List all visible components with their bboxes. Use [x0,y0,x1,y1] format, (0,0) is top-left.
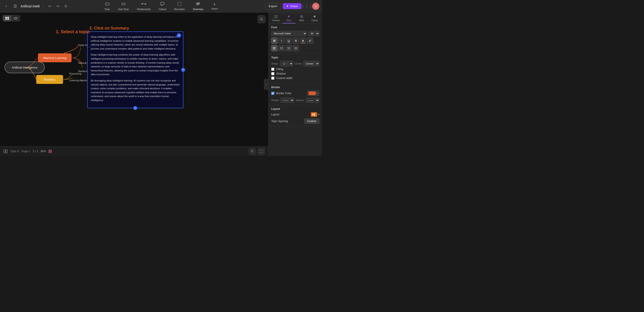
corner-select[interactable]: Corner [304,61,319,66]
shadow-row: Shadow [271,72,319,75]
underline-button[interactable]: U [286,37,292,44]
tab-mark[interactable]: ◎ Mark [296,12,308,23]
svg-rect-13 [8,17,9,18]
border-color-checkbox[interactable] [271,92,274,95]
svg-rect-12 [5,17,7,18]
layout-icon-button[interactable] [311,112,317,117]
svg-point-4 [145,3,146,5]
summary-box[interactable]: ✦ Deep intelligent learning refers to th… [87,31,183,108]
summary-expand-right[interactable]: + [181,68,185,72]
node-learning-agents[interactable]: Learning Agents [69,79,87,82]
toolbar-right: Export ✦ Share ⋮⋮⋮ U [265,3,319,10]
dashes-label: Dashes [296,99,304,102]
tool-relationship[interactable]: Relationship [135,1,152,11]
toolbar-actions: ↩ ↪ ⎘ [46,3,70,10]
layout-label: Layout [271,113,279,116]
paint-button[interactable]: 🖌 [307,37,313,44]
mark-tab-icon: ◎ [300,14,303,18]
view-card-button[interactable] [3,15,12,21]
align-row [271,45,319,51]
weight-select[interactable]: —— – ─ [281,98,294,103]
font-section: Font Microsoft YaHei 10 B I U S A 🖌 [268,24,322,54]
svg-rect-24 [6,150,8,153]
node-ml-label: Machine Learning [43,56,66,60]
node-root[interactable]: Artificial Intelligence [4,62,45,73]
back-button[interactable]: ‹ [3,3,10,10]
shape-select[interactable]: ⬡ ··· [280,61,293,66]
summary-expand-bottom[interactable]: + [133,106,137,110]
node-processing[interactable]: Processing [69,72,82,75]
relationship-icon [141,2,146,7]
expand-button[interactable] [258,148,265,155]
undo-button[interactable]: ↩ [46,3,54,10]
node-robotics[interactable]: Robotics [36,75,63,84]
canvas-search-button[interactable] [258,15,266,23]
summary-icon [196,2,200,7]
mouse-mode-button[interactable] [249,148,256,155]
tool-subtopic[interactable]: Sub Topic [116,1,131,11]
topic-spacing-row: Topic Spacing Custom [271,119,319,124]
font-size-select[interactable]: 10 [308,31,319,36]
grid-button[interactable]: ⋮⋮⋮ [303,3,310,10]
border-color-swatch[interactable]: ▾ [307,91,319,96]
tool-topic[interactable]: Topic [103,1,112,11]
tool-boundary[interactable]: Boundary [172,1,186,11]
font-name-select[interactable]: Microsoft YaHei [271,31,307,36]
redo-button[interactable]: ↪ [54,3,62,10]
topic-section-title: Topic [271,56,319,59]
canvas-panel[interactable]: 1. Select a topic 2. Click on Summary Ar… [0,12,268,156]
clipart-tab-label: Clipart [312,19,318,22]
shape-row: Shape ⬡ ··· Corner Corner [271,61,319,66]
share-button[interactable]: ✦ Share [283,3,302,9]
top-toolbar: ‹ ☰ Artificial Intelli ↩ ↪ ⎘ Topic [0,0,322,12]
export-button[interactable]: Export [265,3,281,9]
view-list-button[interactable] [12,15,20,21]
topic-icon [105,2,110,7]
custom-button[interactable]: Custom [304,119,319,124]
tab-canvas[interactable]: ◫ Canvas [270,12,282,23]
tool-insert[interactable]: + Insert [210,1,220,11]
subtopic-icon [122,2,126,7]
layout-section-title: Layout [271,107,319,111]
layout-dropdown-button[interactable]: ▾ [318,113,319,116]
boundary-label: Boundary [174,8,185,10]
strikethrough-button[interactable]: S [293,37,299,44]
svg-rect-0 [106,3,109,5]
border-color-row: Border Color ▾ [271,91,319,96]
topic-spacing-label: Topic Spacing [271,120,288,123]
border-color-label: Border Color [276,92,291,95]
tab-style[interactable]: ✦ Style [282,12,296,23]
node-machine-learning[interactable]: Machine Learning [38,53,72,62]
filling-checkbox[interactable] [271,68,274,71]
font-color-button[interactable]: A [300,37,306,44]
border-section: Border Border Color ▾ Weight —— – ─ Dash… [268,83,322,105]
format-row: B I U S A 🖌 [271,37,319,44]
custom-width-checkbox[interactable] [271,77,274,80]
book-button[interactable] [4,150,8,153]
tool-callout[interactable]: Callout [157,1,168,11]
shadow-checkbox[interactable] [271,72,274,75]
align-center-button[interactable] [278,45,285,51]
tool-summary[interactable]: Summary [191,1,205,11]
custom-width-label: Custom width [276,77,292,80]
topic-count-label: Topic 9 [10,150,19,153]
svg-line-20 [262,20,263,20]
tab-clipart[interactable]: ★ Clipart [308,12,321,23]
insert-icon: + [213,2,216,7]
collapse-panel-button[interactable]: › [264,79,268,90]
align-left-button[interactable] [271,45,278,51]
svg-rect-1 [122,3,125,5]
italic-button[interactable]: I [278,37,285,44]
right-panel-tabs: ◫ Canvas ✦ Style ◎ Mark ★ Clipart [268,12,322,24]
history-button[interactable]: ⎘ [62,3,70,10]
insert-label: Insert [212,7,218,10]
bold-button[interactable]: B [271,37,278,44]
mark-tab-label: Mark [299,19,304,22]
align-right-button[interactable] [286,45,292,51]
align-justify-button[interactable] [293,45,299,51]
layout-row: Layout ▾ [271,112,319,117]
menu-button[interactable]: ☰ [12,3,19,10]
logo [49,150,52,153]
page-label: Page-1 [22,150,30,153]
dashes-select[interactable]: —— - - - ··· [306,98,319,103]
